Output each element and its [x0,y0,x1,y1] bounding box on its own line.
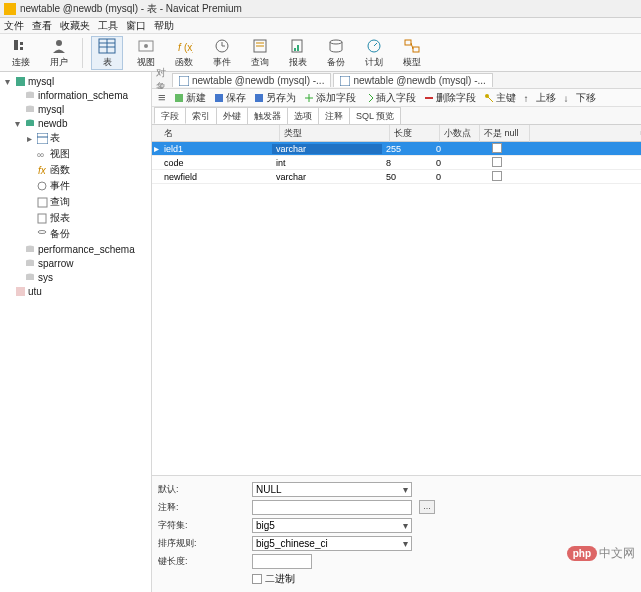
report-icon [287,37,309,55]
tree-views[interactable]: ∞ 视图 [0,146,151,162]
action-bar: ≡ 新建 保存 另存为 添加字段 插入字段 删除字段 主键 ↑上移 ↓下移 [152,89,641,107]
tree-db-item[interactable]: sparrow [0,256,151,270]
model-icon [401,37,423,55]
tree-backups[interactable]: 备份 [0,226,151,242]
col-notnull[interactable]: 不是 null [480,125,530,142]
tab-index[interactable]: 索引 [185,107,217,124]
menu-favorites[interactable]: 收藏夹 [60,19,90,33]
svg-line-23 [374,43,377,46]
query-button[interactable]: 查询 [245,37,275,69]
menu-icon[interactable]: ≡ [158,90,166,105]
collapse-icon[interactable]: ▾ [12,118,22,129]
user-button[interactable]: 用户 [44,37,74,69]
deletefield-button[interactable]: 删除字段 [424,91,476,105]
notnull-checkbox[interactable] [472,157,522,169]
editor-tab[interactable]: newtable @newdb (mysql) -... [172,73,331,87]
svg-point-41 [38,230,46,233]
tab-comment[interactable]: 注释 [318,107,350,124]
tree-tables[interactable]: ▸ 表 [0,130,151,146]
table-row[interactable]: code int 8 0 [152,156,641,170]
charset-select[interactable]: big5▾ [252,518,412,533]
table-row[interactable]: newfield varchar 50 0 [152,170,641,184]
svg-rect-24 [405,40,411,45]
sidebar-tree[interactable]: ▾ mysql information_schema mysql ▾ newdb… [0,72,152,592]
notnull-checkbox[interactable] [472,171,522,183]
database-icon [24,103,36,115]
movedown-button[interactable]: ↓下移 [564,91,596,105]
tree-connection[interactable]: ▾ mysql [0,74,151,88]
svg-point-9 [144,44,148,48]
tree-db-item[interactable]: sys [0,270,151,284]
function-button[interactable]: f(x) 函数 [169,37,199,69]
tree-functions[interactable]: fx 函数 [0,162,151,178]
col-name[interactable]: 名 [160,125,280,142]
watermark: php 中文网 [567,545,635,562]
schedule-button[interactable]: 计划 [359,37,389,69]
tree-other[interactable]: utu [0,284,151,298]
default-label: 默认: [158,483,248,496]
sub-tabs: 字段 索引 外键 触发器 选项 注释 SQL 预览 [152,107,641,125]
svg-rect-47 [26,275,34,280]
table-row[interactable]: ▸ ield1 varchar 255 0 [152,142,641,156]
report-button[interactable]: 报表 [283,37,313,69]
keylen-input[interactable] [252,554,312,569]
tree-db-newdb[interactable]: ▾ newdb [0,116,151,130]
menu-tools[interactable]: 工具 [98,19,118,33]
new-button[interactable]: 新建 [174,91,206,105]
menu-window[interactable]: 窗口 [126,19,146,33]
model-button[interactable]: 模型 [397,37,427,69]
expand-icon[interactable]: ▸ [24,133,34,144]
tree-db-item[interactable]: mysql [0,102,151,116]
default-select[interactable]: NULL▾ [252,482,412,497]
connect-button[interactable]: 连接 [6,37,36,69]
insertfield-button[interactable]: 插入字段 [364,91,416,105]
view-button[interactable]: 视图 [131,37,161,69]
tree-queries[interactable]: 查询 [0,194,151,210]
ellipsis-button[interactable]: … [419,500,435,514]
moveup-button[interactable]: ↑上移 [524,91,556,105]
tab-options[interactable]: 选项 [287,107,319,124]
tree-reports[interactable]: 报表 [0,210,151,226]
primarykey-button[interactable]: 主键 [484,91,516,105]
menu-help[interactable]: 帮助 [154,19,174,33]
tab-trigger[interactable]: 触发器 [247,107,288,124]
comment-input[interactable] [252,500,412,515]
separator [82,38,83,68]
svg-rect-34 [37,133,48,144]
editor-tab[interactable]: newtable @newdb (mysql) -... [333,73,492,87]
tab-fk[interactable]: 外键 [216,107,248,124]
table-button[interactable]: 表 [91,36,123,70]
svg-point-3 [56,40,62,46]
main-area: 对象 newtable @newdb (mysql) -... newtable… [152,72,641,592]
saveas-button[interactable]: 另存为 [254,91,296,105]
collapse-icon[interactable]: ▾ [2,76,12,87]
col-length[interactable]: 长度 [390,125,440,142]
save-button[interactable]: 保存 [214,91,246,105]
tab-fields[interactable]: 字段 [154,107,186,124]
svg-rect-19 [294,48,296,51]
chevron-down-icon: ▾ [403,484,408,495]
event-button[interactable]: 事件 [207,37,237,69]
table-icon [179,76,189,86]
keylen-label: 键长度: [158,555,248,568]
query-icon [249,37,271,55]
plug-icon [10,37,32,55]
col-decimals[interactable]: 小数点 [440,125,480,142]
objects-tab[interactable]: 对象 [156,73,170,87]
menu-file[interactable]: 文件 [4,19,24,33]
tree-db-item[interactable]: information_schema [0,88,151,102]
backup-button[interactable]: 备份 [321,37,351,69]
tree-events[interactable]: 事件 [0,178,151,194]
col-type[interactable]: 类型 [280,125,390,142]
grid-body[interactable]: ▸ ield1 varchar 255 0 code int 8 0 newfi… [152,142,641,184]
tab-sql[interactable]: SQL 预览 [349,107,401,124]
tree-db-item[interactable]: performance_schema [0,242,151,256]
binary-checkbox[interactable]: 二进制 [252,572,295,586]
collate-select[interactable]: big5_chinese_ci▾ [252,536,412,551]
svg-rect-39 [38,198,47,207]
addfield-button[interactable]: 添加字段 [304,91,356,105]
menu-view[interactable]: 查看 [32,19,52,33]
svg-rect-52 [215,94,223,102]
notnull-checkbox[interactable] [472,143,522,155]
svg-rect-27 [16,77,25,86]
